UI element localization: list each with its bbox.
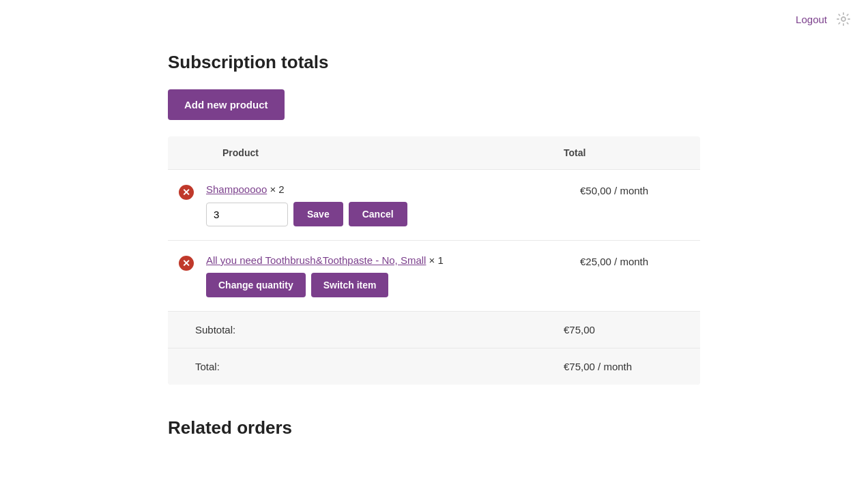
remove-row1-button[interactable]: ✕ [179,185,194,200]
row2-product: All you need Toothbrush&Toothpaste - No,… [206,254,580,297]
row2-product-link[interactable]: All you need Toothbrush&Toothpaste - No,… [206,254,426,266]
row1-qty-text: × 2 [270,183,284,195]
row2-action-buttons: Change quantity Switch item [206,273,580,297]
row1-total: €50,00 / month [580,183,689,196]
table-row: ✕ All you need Toothbrush&Toothpaste - N… [168,241,700,312]
row2-remove: ✕ [179,254,206,271]
row2-total: €25,00 / month [580,254,689,267]
total-label: Total: [195,361,564,372]
top-bar: Logout [0,0,868,38]
row1-product: Shampooooo × 2 ▲ ▼ Save Cancel [206,183,580,226]
settings-icon[interactable] [835,11,852,27]
total-row: Total: €75,00 / month [168,348,700,385]
subtotal-value: €75,00 [564,324,673,336]
row1-save-button[interactable]: Save [293,202,343,226]
page-title: Subscription totals [168,52,700,73]
remove-row2-button[interactable]: ✕ [179,256,194,271]
row1-quantity-editor: ▲ ▼ Save Cancel [206,202,580,226]
related-orders-title: Related orders [168,417,700,438]
row2-name-line: All you need Toothbrush&Toothpaste - No,… [206,254,580,266]
row1-qty-input[interactable] [207,203,288,226]
row1-cancel-button[interactable]: Cancel [349,202,407,226]
col-header-product: Product [222,147,564,158]
table-header: Product Total [168,136,700,170]
row1-qty-wrapper: ▲ ▼ [206,203,288,226]
col-header-total: Total [564,147,673,158]
subtotal-row: Subtotal: €75,00 [168,312,700,348]
total-value: €75,00 / month [564,361,673,372]
logout-link[interactable]: Logout [796,14,827,25]
subtotal-label: Subtotal: [195,324,564,336]
row1-name-line: Shampooooo × 2 [206,183,580,195]
row1-remove: ✕ [179,183,206,200]
add-new-product-button[interactable]: Add new product [168,89,285,120]
header-spacer [195,147,222,158]
table-row: ✕ Shampooooo × 2 ▲ ▼ Save Can [168,170,700,241]
switch-item-button[interactable]: Switch item [311,273,389,297]
row1-product-link[interactable]: Shampooooo [206,183,267,195]
change-quantity-button[interactable]: Change quantity [206,273,306,297]
main-content: Subscription totals Add new product Prod… [113,38,755,466]
row2-qty-text: × 1 [429,254,444,266]
svg-point-0 [841,17,845,21]
subscription-table: Product Total ✕ Shampooooo × 2 ▲ ▼ [168,136,700,385]
